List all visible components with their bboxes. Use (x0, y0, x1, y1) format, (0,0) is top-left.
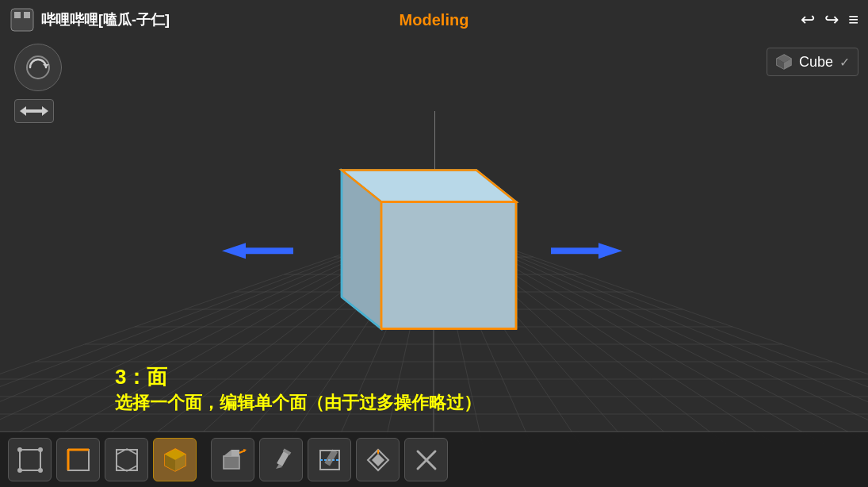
svg-point-24 (38, 468, 43, 473)
svg-rect-44 (324, 449, 338, 466)
svg-marker-9 (551, 243, 622, 259)
loop-cut-button[interactable] (308, 438, 351, 481)
cube-3d (286, 131, 556, 348)
annotation-line1: 3：面 (115, 362, 481, 391)
face-solid-mode-button[interactable] (153, 438, 197, 481)
undo-button[interactable]: ↩ (801, 11, 815, 29)
nav-controls (14, 44, 62, 123)
svg-marker-2 (381, 202, 516, 329)
svg-rect-12 (24, 12, 30, 18)
svg-marker-18 (43, 64, 49, 67)
page-title: 哔哩哔哩[嗑瓜-子仁] (41, 10, 170, 29)
delete-button[interactable] (404, 438, 448, 481)
edge-mode-button[interactable] (56, 438, 100, 481)
bottom-toolbar (0, 431, 868, 487)
arrow-right (551, 241, 622, 263)
svg-rect-20 (20, 450, 40, 470)
svg-rect-11 (14, 12, 21, 18)
svg-point-23 (17, 468, 22, 473)
annotation-line2: 选择一个面，编辑单个面（由于过多操作略过） (115, 391, 481, 416)
object-panel[interactable]: Cube ✓ (767, 48, 858, 76)
svg-marker-46 (372, 454, 384, 466)
svg-marker-8 (222, 243, 293, 259)
object-check: ✓ (839, 55, 850, 70)
workspace-title: Modeling (400, 11, 469, 29)
rotate-view-button[interactable] (14, 44, 62, 91)
svg-marker-29 (117, 449, 137, 471)
object-icon (775, 53, 793, 71)
redo-button[interactable]: ↪ (824, 11, 839, 29)
svg-rect-36 (231, 450, 239, 456)
svg-point-22 (38, 447, 43, 452)
face-outline-mode-button[interactable] (105, 438, 148, 481)
svg-rect-34 (224, 456, 239, 469)
top-left: 哔哩哔哩[嗑瓜-子仁] (10, 7, 170, 33)
svg-marker-19 (20, 106, 48, 116)
pan-view-button[interactable] (14, 99, 54, 123)
viewport: 哔哩哔哩[嗑瓜-子仁] Modeling ↩ ↪ ≡ Cube ✓ (0, 0, 868, 487)
draw-button[interactable] (259, 438, 303, 481)
annotation: 3：面 选择一个面，编辑单个面（由于过多操作略过） (115, 362, 481, 416)
object-name: Cube (799, 54, 833, 71)
svg-rect-25 (68, 450, 89, 470)
svg-point-21 (17, 447, 22, 452)
extrude-button[interactable] (211, 438, 254, 481)
top-right: ↩ ↪ ≡ (801, 11, 858, 29)
arrow-left (222, 241, 293, 263)
top-bar: 哔哩哔哩[嗑瓜-子仁] Modeling ↩ ↪ ≡ (0, 0, 868, 40)
logo-icon (10, 7, 35, 33)
menu-button[interactable]: ≡ (848, 11, 858, 29)
inset-button[interactable] (356, 438, 400, 481)
vertex-mode-button[interactable] (8, 438, 52, 481)
